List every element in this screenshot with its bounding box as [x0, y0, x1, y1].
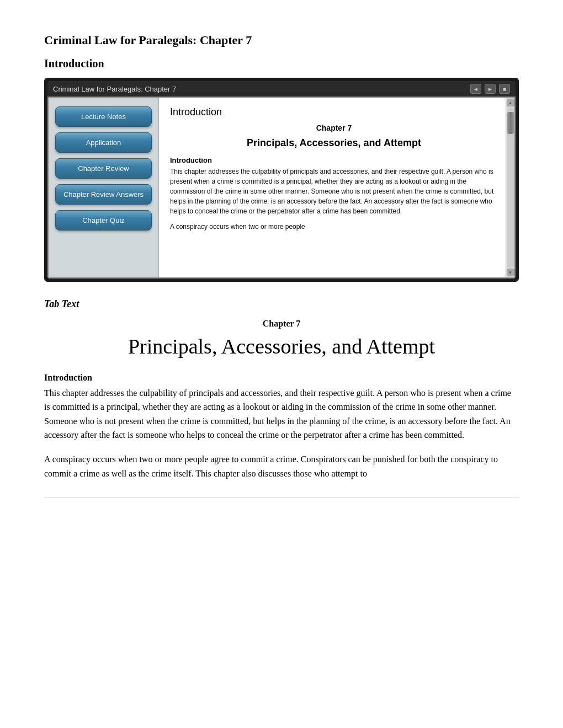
- content-panel-title: Introduction: [170, 106, 498, 118]
- nav-btn-chapter-review[interactable]: Chapter Review: [55, 158, 152, 179]
- scrollbar-down-arrow[interactable]: ▼: [507, 269, 514, 276]
- scrollbar-up-arrow[interactable]: ▲: [507, 99, 514, 106]
- nav-btn-chapter-quiz[interactable]: Chapter Quiz: [55, 210, 152, 231]
- media-stop-button[interactable]: ■: [499, 84, 510, 94]
- media-prev-button[interactable]: ◄: [470, 84, 481, 94]
- tab-text-label: Tab Text: [44, 298, 519, 310]
- content-panel: Introduction Chapter 7 Principals, Acces…: [159, 98, 506, 277]
- tab-intro-heading: Introduction: [44, 373, 519, 383]
- tab-chapter-label: Chapter 7: [44, 319, 519, 329]
- page-title: Criminal Law for Paralegals: Chapter 7: [44, 33, 519, 47]
- media-body: Lecture NotesApplicationChapter ReviewCh…: [47, 97, 516, 279]
- intro-section-heading: Introduction: [44, 57, 519, 70]
- page-divider: [44, 497, 519, 497]
- content-conspiracy-text: A conspiracy occurs when two or more peo…: [170, 222, 498, 232]
- content-body-text: This chapter addresses the culpability o…: [170, 167, 498, 216]
- tab-paragraph-1: This chapter addresses the culpability o…: [44, 386, 519, 442]
- tab-main-title: Principals, Accessories, and Attempt: [44, 334, 519, 360]
- media-titlebar: Criminal Law for Paralegals: Chapter 7 ◄…: [47, 81, 516, 97]
- nav-panel: Lecture NotesApplicationChapter ReviewCh…: [49, 98, 159, 277]
- tab-paragraph-2: A conspiracy occurs when two or more peo…: [44, 452, 519, 480]
- content-main-title: Principals, Accessories, and Attempt: [170, 137, 498, 149]
- media-controls: ◄ ► ■: [470, 84, 510, 94]
- content-chapter-label: Chapter 7: [170, 124, 498, 132]
- nav-btn-application[interactable]: Application: [55, 132, 152, 153]
- nav-btn-lecture-notes[interactable]: Lecture Notes: [55, 106, 152, 127]
- media-player: Criminal Law for Paralegals: Chapter 7 ◄…: [44, 78, 519, 282]
- scrollbar-thumb[interactable]: [507, 112, 514, 134]
- content-intro-heading: Introduction: [170, 156, 498, 164]
- nav-btn-chapter-review-answers[interactable]: Chapter Review Answers: [55, 184, 152, 205]
- scrollbar[interactable]: ▲ ▼: [506, 98, 514, 277]
- scrollbar-track[interactable]: [507, 108, 514, 267]
- media-play-button[interactable]: ►: [485, 84, 496, 94]
- tab-text-section: Tab Text Chapter 7 Principals, Accessori…: [44, 298, 519, 480]
- media-titlebar-title: Criminal Law for Paralegals: Chapter 7: [53, 85, 176, 93]
